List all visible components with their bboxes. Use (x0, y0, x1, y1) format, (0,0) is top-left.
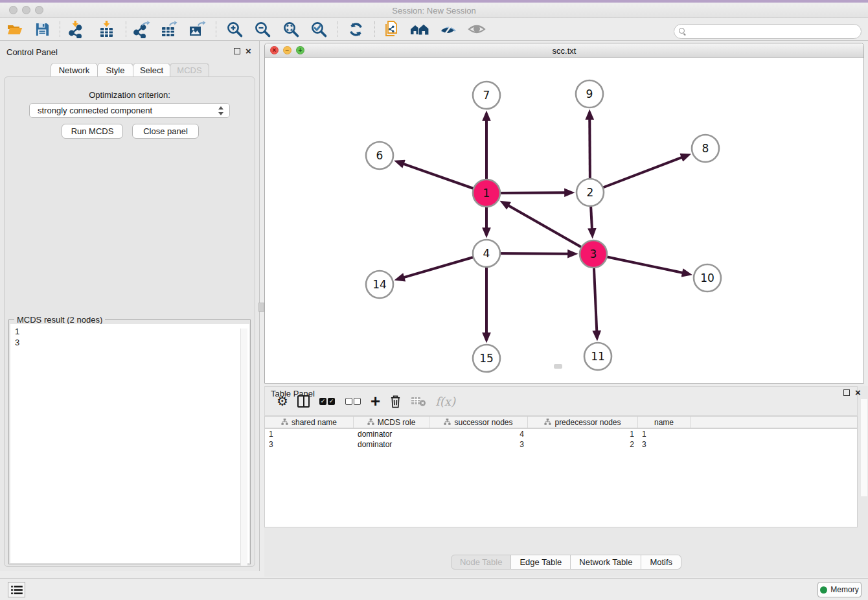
float-panel-icon[interactable] (234, 48, 240, 54)
task-history-button[interactable] (8, 582, 25, 597)
zoom-fit-button[interactable] (281, 20, 301, 38)
select-all-button[interactable]: ✓✓ (319, 391, 336, 411)
table-tabs: Node Table Edge Table Network Table Moti… (264, 555, 868, 570)
zoom-out-button[interactable] (253, 20, 272, 38)
search-field[interactable] (674, 24, 862, 39)
node-label-4: 4 (483, 247, 490, 260)
toolbar-separator (126, 21, 126, 37)
column-header-shared-name[interactable]: shared name (265, 417, 354, 428)
column-label: successor nodes (454, 418, 512, 427)
function-builder-button[interactable]: f(x) (435, 391, 455, 411)
run-mcds-button[interactable]: Run MCDS (62, 124, 123, 139)
refresh-view-button[interactable] (346, 20, 365, 38)
column-label: name (654, 418, 674, 427)
edge-3-1[interactable] (508, 205, 593, 254)
optimization-criterion-label: Optimization criterion: (5, 90, 255, 100)
save-session-button[interactable] (32, 20, 52, 38)
add-column-button[interactable]: + (371, 391, 380, 411)
table-panel: Table Panel × ⚙ ✓✓ + f(x) (264, 386, 868, 577)
cell-successor-nodes: 4 (429, 429, 528, 439)
column-header-mcds-role[interactable]: MCDS role (354, 417, 429, 428)
fx-icon: f(x) (435, 395, 455, 408)
close-panel-button[interactable]: Close panel (132, 124, 199, 139)
main-titlebar: Session: New Session (0, 3, 868, 18)
tree-column-icon (281, 419, 288, 426)
zoom-fit-icon (282, 21, 300, 38)
close-table-panel-icon[interactable]: × (855, 389, 861, 396)
delete-table-icon (411, 395, 426, 407)
table-row[interactable]: 1 dominator 4 1 1 (265, 429, 857, 439)
mcds-result-line: 3 (15, 337, 249, 348)
control-panel-title: Control Panel (6, 47, 58, 57)
result-scrollbar[interactable] (240, 329, 247, 566)
open-folder-icon (6, 21, 23, 37)
table-scrollbar[interactable] (860, 399, 867, 496)
import-network-button[interactable] (67, 20, 86, 38)
node-label-6: 6 (376, 149, 383, 162)
table-row[interactable]: 3 dominator 3 2 3 (265, 439, 857, 450)
tab-select[interactable]: Select (133, 63, 170, 77)
tree-column-icon (544, 419, 551, 426)
show-graphics-details-button[interactable] (467, 20, 486, 38)
first-neighbors-button[interactable] (409, 20, 429, 38)
cell-predecessor-nodes: 2 (528, 439, 638, 450)
list-icon (11, 585, 23, 595)
network-window-titlebar[interactable]: × − + scc.txt (265, 43, 863, 58)
column-header-name[interactable]: name (638, 417, 691, 428)
memory-status-icon (820, 586, 827, 594)
export-table-button[interactable] (159, 20, 179, 38)
horizontal-splitter-grip[interactable] (554, 364, 562, 369)
trash-icon (389, 394, 402, 409)
dropdown-stepper-icon (218, 106, 223, 116)
import-table-icon (98, 21, 115, 38)
export-network-button[interactable] (131, 20, 151, 38)
search-input[interactable] (689, 26, 861, 38)
column-header-successor-nodes[interactable]: successor nodes (429, 417, 528, 428)
tab-network-table[interactable]: Network Table (571, 555, 641, 570)
clone-network-icon (383, 20, 400, 38)
mcds-result-title: MCDS result (2 nodes) (14, 315, 105, 325)
zoom-selected-button[interactable] (309, 20, 328, 38)
float-table-panel-icon[interactable] (843, 389, 850, 396)
columns-icon (297, 395, 310, 408)
memory-label: Memory (830, 585, 858, 594)
column-header-predecessor-nodes[interactable]: predecessor nodes (528, 417, 638, 428)
memory-button[interactable]: Memory (817, 582, 862, 597)
cell-predecessor-nodes: 1 (528, 429, 638, 439)
tab-edge-table[interactable]: Edge Table (511, 555, 571, 570)
node-label-9: 9 (586, 87, 593, 100)
tab-style[interactable]: Style (97, 63, 133, 77)
tab-network[interactable]: Network (51, 63, 98, 77)
open-file-button[interactable] (5, 20, 25, 38)
criterion-dropdown[interactable]: strongly connected component (29, 103, 230, 118)
delete-table-button[interactable] (411, 391, 426, 411)
checked-checkbox-icon: ✓ (328, 398, 335, 405)
network-view-window: × − + scc.txt 1234678910111415 (264, 43, 864, 384)
tab-mcds[interactable]: MCDS (170, 63, 209, 77)
deselect-all-button[interactable] (345, 391, 361, 411)
zoom-out-icon (254, 21, 271, 38)
toolbar-separator (216, 21, 216, 37)
tab-motifs[interactable]: Motifs (641, 555, 681, 570)
import-table-button[interactable] (97, 20, 116, 38)
double-home-icon (409, 21, 429, 37)
mcds-result-text[interactable]: 1 3 (10, 324, 249, 563)
clone-network-button[interactable] (382, 20, 401, 38)
criterion-value: strongly connected component (38, 106, 152, 115)
toolbar-separator (60, 21, 60, 37)
close-panel-icon[interactable]: × (246, 48, 251, 54)
export-image-button[interactable] (187, 20, 207, 38)
tab-node-table[interactable]: Node Table (451, 555, 512, 570)
node-label-14: 14 (372, 278, 387, 291)
node-table[interactable]: shared name MCDS role successor nodes pr… (264, 416, 858, 527)
edge-2-8[interactable] (590, 157, 682, 192)
network-canvas[interactable]: 1234678910111415 (265, 58, 863, 383)
column-label: MCDS role (378, 418, 416, 427)
delete-column-button[interactable] (389, 391, 402, 411)
control-panel: Control Panel × Network Style Select MCD… (0, 41, 260, 571)
zoom-in-button[interactable] (225, 20, 244, 38)
node-label-1: 1 (483, 187, 490, 200)
vertical-splitter-grip[interactable] (258, 303, 264, 312)
zoom-selected-icon (310, 21, 328, 38)
hide-annotations-button[interactable] (439, 20, 458, 38)
